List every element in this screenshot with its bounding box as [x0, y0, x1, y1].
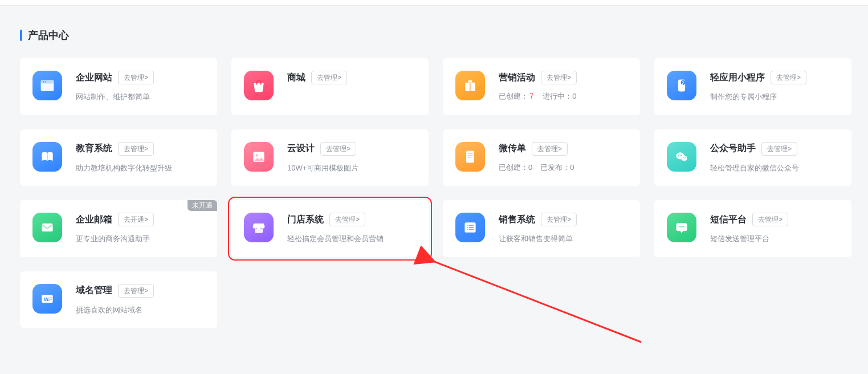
manage-button[interactable]: 去管理>: [541, 71, 577, 84]
window-icon: [32, 71, 62, 100]
svg-rect-14: [468, 155, 473, 156]
card-sms[interactable]: 短信平台 去管理> 短信发送管理平台: [654, 200, 851, 257]
card-mail[interactable]: 未开通 企业邮箱 去开通> 更专业的商务沟通助手: [20, 200, 217, 257]
flyer-icon: [455, 142, 485, 172]
manage-button[interactable]: 去管理>: [329, 213, 365, 226]
card-marketing[interactable]: 营销活动 去管理> 已创建：7进行中：0: [443, 58, 640, 115]
top-bar: [0, 0, 868, 6]
stat-created-label: 已创建：: [499, 92, 528, 100]
card-desc: 让获客和销售变得简单: [499, 233, 627, 245]
svg-point-18: [678, 155, 679, 156]
card-desc: 网站制作、维护都简单: [76, 91, 205, 103]
not-activated-badge: 未开通: [188, 200, 217, 211]
miniapp-icon: [667, 71, 696, 100]
card-title: 门店系统: [287, 214, 324, 226]
manage-button[interactable]: 去管理>: [118, 284, 154, 298]
manage-button[interactable]: 去管理>: [532, 142, 568, 156]
card-domain[interactable]: W. 域名管理 去管理> 挑选喜欢的网站域名: [20, 271, 217, 328]
card-title: 营销活动: [499, 72, 535, 84]
card-desc: 10W+可商用模板图片: [287, 162, 416, 174]
stat-published-value: 0: [570, 163, 574, 172]
product-grid: 企业网站 去管理> 网站制作、维护都简单 商城 去管理>: [20, 58, 848, 328]
card-store[interactable]: 门店系统 去管理> 轻松搞定会员管理和会员营销: [231, 200, 429, 257]
svg-rect-26: [468, 225, 474, 226]
card-title: 销售系统: [499, 214, 535, 226]
card-sales[interactable]: 销售系统 去管理> 让获客和销售变得简单: [443, 200, 640, 257]
svg-rect-22: [42, 223, 52, 231]
card-title: 企业网站: [76, 72, 112, 84]
card-desc: 更专业的商务沟通助手: [76, 233, 205, 245]
list-icon: [455, 213, 485, 242]
manage-button[interactable]: 去管理>: [320, 142, 356, 156]
activate-button[interactable]: 去开通>: [118, 213, 154, 226]
card-content: 公众号助手 去管理> 轻松管理自家的微信公众号: [710, 142, 839, 174]
card-edu[interactable]: 教育系统 去管理> 助力教培机构数字化转型升级: [20, 129, 217, 186]
svg-rect-35: [50, 297, 52, 298]
stat-running-label: 进行中：: [543, 92, 572, 100]
card-content: 企业邮箱 去开通> 更专业的商务沟通助手: [76, 213, 205, 245]
card-website[interactable]: 企业网站 去管理> 网站制作、维护都简单: [20, 58, 217, 115]
svg-rect-28: [468, 227, 474, 228]
svg-rect-25: [467, 225, 468, 226]
svg-rect-27: [467, 227, 468, 228]
svg-rect-32: [679, 226, 685, 227]
bag-icon: [244, 71, 274, 100]
card-shop[interactable]: 商城 去管理>: [231, 58, 429, 115]
wechat-icon: [667, 142, 696, 172]
stat-created-value: 0: [528, 163, 532, 172]
svg-point-17: [681, 155, 687, 161]
card-content: 商城 去管理>: [287, 71, 416, 91]
card-flyer[interactable]: 微传单 去管理> 已创建：0已发布：0: [443, 129, 640, 186]
section-header: 产品中心: [20, 29, 848, 42]
svg-point-3: [44, 81, 46, 82]
card-desc: 轻松搞定会员管理和会员营销: [287, 233, 416, 245]
manage-button[interactable]: 去管理>: [771, 71, 806, 84]
svg-point-19: [680, 155, 682, 156]
stat-running-value: 0: [572, 92, 576, 100]
card-wechat[interactable]: 公众号助手 去管理> 轻松管理自家的微信公众号: [654, 129, 851, 186]
card-title: 域名管理: [76, 284, 112, 296]
card-content: 短信平台 去管理> 短信发送管理平台: [710, 213, 839, 245]
card-content: 云设计 去管理> 10W+可商用模板图片: [287, 142, 416, 174]
section-accent-bar: [20, 30, 22, 41]
svg-point-8: [681, 80, 686, 85]
card-stats: 已创建：0已发布：0: [499, 162, 627, 173]
card-title: 企业邮箱: [76, 214, 112, 226]
message-icon: [667, 213, 696, 242]
card-desc: 轻松管理自家的微信公众号: [710, 162, 839, 174]
card-title: 教育系统: [76, 143, 112, 155]
svg-rect-15: [468, 157, 471, 158]
stat-published-label: 已发布：: [540, 163, 570, 172]
gift-icon: [455, 71, 485, 100]
card-title: 微传单: [499, 143, 526, 155]
product-center-page: 产品中心 企业网站 去管理> 网站制作、维护都简单 商城: [0, 6, 868, 339]
card-content: 域名管理 去管理> 挑选喜欢的网站域名: [76, 284, 205, 316]
card-desc: 挑选喜欢的网站域名: [76, 304, 205, 316]
svg-rect-6: [470, 83, 471, 91]
card-title: 商城: [287, 72, 305, 84]
card-design[interactable]: 云设计 去管理> 10W+可商用模板图片: [231, 129, 429, 186]
manage-button[interactable]: 去管理>: [752, 213, 788, 226]
card-content: 教育系统 去管理> 助力教培机构数字化转型升级: [76, 142, 205, 174]
svg-point-2: [43, 81, 44, 82]
stat-created-label: 已创建：: [499, 163, 528, 172]
store-icon: [244, 213, 274, 242]
manage-button[interactable]: 去管理>: [541, 213, 577, 226]
card-content: 营销活动 去管理> 已创建：7进行中：0: [499, 71, 627, 101]
card-content: 企业网站 去管理> 网站制作、维护都简单: [76, 71, 205, 103]
svg-rect-36: [50, 299, 52, 299]
manage-button[interactable]: 去管理>: [761, 142, 797, 156]
manage-button[interactable]: 去管理>: [118, 71, 154, 84]
svg-point-11: [255, 154, 258, 156]
svg-rect-23: [255, 229, 263, 233]
card-desc: 制作您的专属小程序: [710, 91, 839, 103]
svg-point-20: [683, 157, 684, 158]
card-content: 轻应用小程序 去管理> 制作您的专属小程序: [710, 71, 839, 103]
svg-rect-30: [468, 229, 474, 230]
svg-rect-13: [468, 153, 473, 154]
svg-point-21: [684, 157, 686, 158]
book-icon: [32, 142, 62, 172]
card-miniapp[interactable]: 轻应用小程序 去管理> 制作您的专属小程序: [654, 58, 851, 115]
manage-button[interactable]: 去管理>: [118, 142, 154, 156]
manage-button[interactable]: 去管理>: [311, 71, 347, 84]
